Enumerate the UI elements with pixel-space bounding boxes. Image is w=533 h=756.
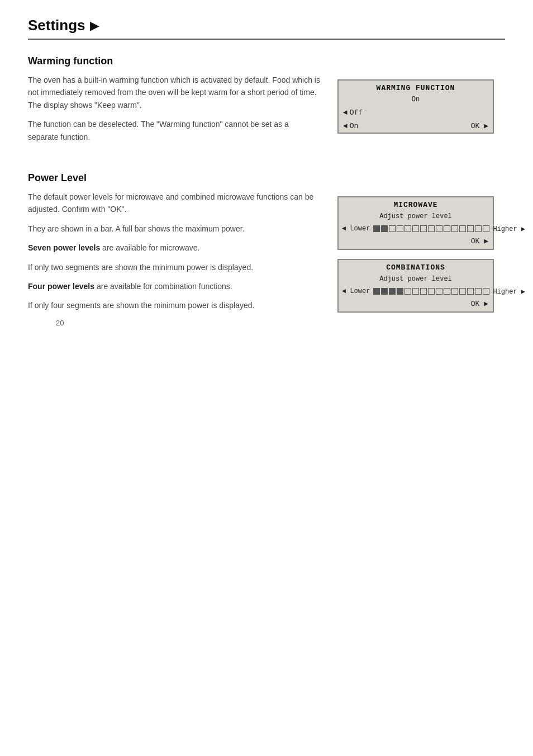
page-title: Settings [28, 17, 85, 34]
power-level-row: The default power levels for microwave a… [28, 191, 505, 319]
bar-seg-2 [381, 225, 388, 232]
settings-icon: ▶ [90, 18, 99, 33]
power-seven-line: Seven power levels are available for mic… [28, 242, 321, 254]
page-title-section: Settings ▶ [28, 17, 505, 40]
combinations-power-bar [373, 288, 489, 295]
warming-off-label: Off [350, 108, 363, 117]
combinations-higher-btn[interactable]: Higher ▶ [493, 287, 525, 296]
bar-seg-9 [436, 225, 442, 232]
power-level-text: The default power levels for microwave a… [28, 191, 321, 319]
bar-seg-8 [428, 225, 435, 232]
microwave-lower-btn[interactable]: ◄ Lower [342, 225, 370, 233]
cbar-seg-6 [412, 288, 419, 295]
cbar-seg-14 [475, 288, 482, 295]
warming-lcd-subtitle: On [339, 94, 493, 106]
cbar-seg-9 [436, 288, 442, 295]
microwave-lcd-title: MICROWAVE [339, 197, 493, 211]
bar-seg-14 [475, 225, 482, 232]
power-para-3: If only two segments are shown the minim… [28, 261, 321, 273]
bar-seg-11 [451, 225, 458, 232]
cbar-seg-12 [459, 288, 466, 295]
warming-function-section: Warming function The oven has a built-in… [28, 55, 505, 150]
warming-on-row[interactable]: ◄ On OK ▶ [339, 119, 493, 133]
cbar-seg-3 [389, 288, 396, 295]
warming-function-heading: Warming function [28, 55, 505, 67]
bar-seg-13 [467, 225, 474, 232]
combinations-power-bar-row: ◄ Lower [339, 285, 493, 298]
cbar-seg-8 [428, 288, 435, 295]
microwave-lcd-subtitle: Adjust power level [339, 211, 493, 223]
microwave-ok-btn[interactable]: OK ▶ [471, 237, 488, 245]
bar-seg-7 [420, 225, 427, 232]
bar-seg-15 [483, 225, 489, 232]
combinations-lcd-title: COMBINATIONS [339, 260, 493, 274]
cbar-seg-10 [444, 288, 450, 295]
warming-function-row: The oven has a built-in warming function… [28, 74, 505, 150]
cbar-seg-2 [381, 288, 388, 295]
bar-seg-5 [404, 225, 411, 232]
four-label: Four power levels [28, 282, 94, 291]
microwave-lcd: MICROWAVE Adjust power level ◄ Lower [337, 196, 494, 250]
warming-lcd-title: WARMING FUNCTION [339, 81, 493, 94]
power-para-2: They are shown in a bar. A full bar show… [28, 223, 321, 235]
microwave-higher-btn[interactable]: Higher ▶ [493, 225, 525, 233]
combinations-ok-row: OK ▶ [339, 298, 493, 311]
power-four-line: Four power levels are available for comb… [28, 280, 321, 292]
bar-seg-12 [459, 225, 466, 232]
microwave-power-bar [373, 225, 489, 232]
warming-on-arrow: ◄ [343, 122, 348, 130]
power-level-heading: Power Level [28, 172, 505, 184]
bar-seg-10 [444, 225, 450, 232]
bar-seg-1 [373, 225, 380, 232]
cbar-seg-1 [373, 288, 380, 295]
warming-off-arrow: ◄ [343, 108, 348, 117]
warming-para-1: The oven has a built-in warming function… [28, 74, 321, 111]
cbar-seg-11 [451, 288, 458, 295]
four-text: are available for combination functions. [94, 282, 232, 291]
page-number: 20 [56, 319, 533, 327]
microwave-ok-row: OK ▶ [339, 235, 493, 249]
power-para-4: If only four segments are shown the mini… [28, 299, 321, 311]
warming-on-label: On [350, 122, 359, 130]
seven-label: Seven power levels [28, 243, 100, 252]
combinations-lower-btn[interactable]: ◄ Lower [342, 287, 370, 295]
seven-text: are available for microwave. [100, 243, 199, 252]
warming-off-row[interactable]: ◄ Off [339, 106, 493, 119]
cbar-seg-5 [404, 288, 411, 295]
warming-function-display-area: WARMING FUNCTION On ◄ Off ◄ On OK ▶ [337, 74, 505, 150]
warming-function-text: The oven has a built-in warming function… [28, 74, 321, 150]
cbar-seg-13 [467, 288, 474, 295]
cbar-seg-7 [420, 288, 427, 295]
cbar-seg-15 [483, 288, 489, 295]
combinations-lcd: COMBINATIONS Adjust power level ◄ Lower [337, 259, 494, 313]
power-level-display-area: MICROWAVE Adjust power level ◄ Lower [337, 191, 505, 319]
bar-seg-6 [412, 225, 419, 232]
microwave-power-bar-row: ◄ Lower [339, 223, 493, 235]
power-level-section: Power Level The default power levels for… [28, 172, 505, 319]
bar-seg-4 [397, 225, 403, 232]
warming-ok-label[interactable]: OK ▶ [471, 121, 488, 130]
warming-function-lcd: WARMING FUNCTION On ◄ Off ◄ On OK ▶ [337, 79, 494, 134]
bar-seg-3 [389, 225, 396, 232]
cbar-seg-4 [397, 288, 403, 295]
combinations-lcd-subtitle: Adjust power level [339, 274, 493, 285]
power-para-1: The default power levels for microwave a… [28, 191, 321, 216]
warming-para-2: The function can be deselected. The "War… [28, 118, 321, 143]
combinations-ok-btn[interactable]: OK ▶ [471, 299, 488, 308]
